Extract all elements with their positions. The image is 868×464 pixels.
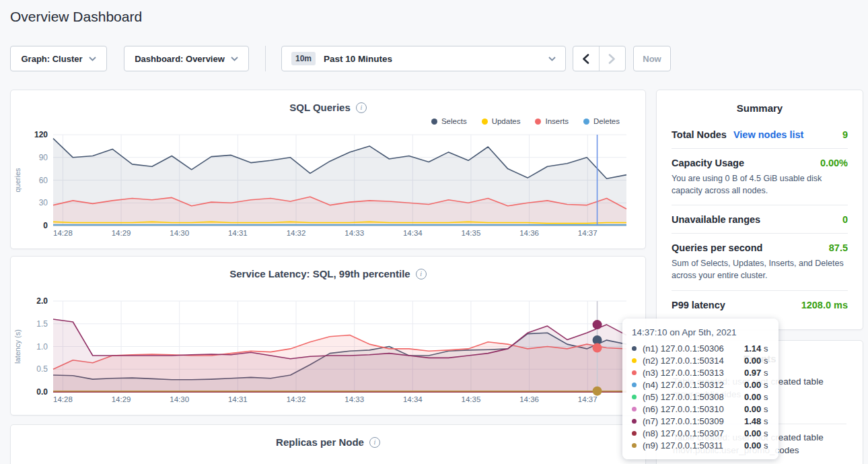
svg-text:1.5: 1.5 — [36, 319, 48, 329]
svg-text:60: 60 — [39, 176, 48, 185]
unavailable-ranges-value: 0 — [842, 214, 848, 225]
series-dot — [632, 370, 637, 375]
tooltip-node-label: (n5) 127.0.0.1:50308 — [643, 392, 744, 402]
sql-queries-header: SQL Queries i — [11, 90, 645, 113]
svg-text:14:31: 14:31 — [228, 395, 248, 403]
p99-latency-value: 1208.0 ms — [801, 300, 848, 310]
total-nodes-label: Total Nodes — [672, 129, 727, 140]
sql-queries-chart[interactable]: 14:2814:2914:3014:3114:3214:3314:3414:35… — [11, 129, 647, 242]
svg-text:14:32: 14:32 — [287, 229, 306, 237]
info-icon[interactable]: i — [416, 269, 427, 279]
total-nodes-value: 9 — [842, 129, 848, 140]
controls-bar: Graph: Cluster Dashboard: Overview 10m P… — [10, 46, 858, 71]
time-range-label: Past 10 Minutes — [324, 54, 392, 64]
replicas-title: Replicas per Node — [276, 436, 364, 448]
svg-text:14:33: 14:33 — [345, 395, 364, 403]
summary-title: Summary — [672, 101, 848, 114]
chart-tooltip-rows: (n1) 127.0.0.1:503061.14 s(n2) 127.0.0.1… — [632, 342, 769, 451]
dashboard-dropdown[interactable]: Dashboard: Overview — [124, 46, 249, 71]
sql-queries-card: SQL Queries i SelectsUpdatesInsertsDelet… — [10, 90, 646, 249]
svg-text:14:32: 14:32 — [287, 395, 306, 403]
svg-text:0.5: 0.5 — [36, 364, 48, 374]
service-latency-card: Service Latency: SQL, 99th percentile i … — [10, 256, 646, 416]
svg-text:0: 0 — [43, 221, 48, 230]
svg-text:14:35: 14:35 — [462, 229, 481, 237]
legend-item[interactable]: Updates — [482, 117, 521, 125]
legend-label: Selects — [441, 117, 467, 125]
replicas-header: Replicas per Node i — [11, 425, 645, 448]
summary-row-qps: Queries per second 87.5 Sum of Selects, … — [672, 234, 848, 290]
legend-dot — [535, 119, 541, 125]
capacity-usage-value: 0.00% — [820, 158, 848, 168]
capacity-usage-desc: You are using 0 B of 4.5 GiB usable disk… — [672, 172, 848, 197]
qps-label: Queries per second — [672, 242, 762, 253]
legend-item[interactable]: Selects — [431, 117, 467, 125]
svg-text:30: 30 — [39, 198, 48, 207]
summary-row-total-nodes: Total Nodes View nodes list 9 — [672, 121, 848, 149]
tooltip-date: on Apr 5th, 2021 — [670, 327, 736, 337]
svg-text:14:37: 14:37 — [578, 229, 598, 237]
tooltip-row: (n3) 127.0.0.1:503130.97 s — [632, 366, 769, 378]
next-range-button[interactable] — [600, 46, 626, 71]
legend-dot — [583, 119, 589, 125]
svg-text:14:36: 14:36 — [519, 395, 539, 403]
replicas-per-node-card: Replicas per Node i — [10, 424, 646, 464]
svg-text:14:30: 14:30 — [170, 229, 189, 237]
service-latency-header: Service Latency: SQL, 99th percentile i — [11, 257, 645, 279]
series-dot — [632, 407, 637, 411]
view-nodes-list-link[interactable]: View nodes list — [733, 129, 804, 140]
service-latency-legend — [11, 279, 645, 296]
service-latency-title: Service Latency: SQL, 99th percentile — [229, 268, 410, 279]
tooltip-node-label: (n3) 127.0.0.1:50313 — [643, 368, 744, 378]
svg-text:14:33: 14:33 — [345, 229, 364, 237]
now-button[interactable]: Now — [633, 46, 671, 71]
legend-item[interactable]: Inserts — [535, 117, 569, 125]
capacity-usage-label: Capacity Usage — [672, 158, 744, 168]
tooltip-node-value: 0.97 s — [744, 368, 768, 378]
svg-text:queries: queries — [13, 168, 22, 193]
summary-row-capacity: Capacity Usage 0.00% You are using 0 B o… — [672, 149, 848, 205]
svg-text:14:34: 14:34 — [403, 229, 423, 237]
tooltip-row: (n2) 127.0.0.1:503140.00 s — [632, 354, 769, 366]
chevron-left-icon — [582, 54, 589, 64]
svg-text:14:35: 14:35 — [462, 395, 481, 403]
svg-text:2.0: 2.0 — [36, 296, 48, 306]
now-button-label: Now — [643, 54, 661, 64]
info-icon[interactable]: i — [356, 102, 367, 113]
svg-text:14:30: 14:30 — [170, 395, 189, 403]
tooltip-node-value: 0.00 s — [744, 404, 768, 414]
chevron-down-icon — [89, 57, 96, 61]
graph-scope-label: Graph: Cluster — [21, 54, 82, 64]
qps-value: 87.5 — [829, 242, 848, 253]
tooltip-node-label: (n2) 127.0.0.1:50314 — [643, 356, 744, 366]
sql-queries-legend: SelectsUpdatesInsertsDeletes — [11, 113, 645, 129]
svg-text:14:31: 14:31 — [228, 229, 248, 237]
tooltip-node-value: 0.00 s — [744, 380, 768, 390]
sql-queries-title: SQL Queries — [289, 102, 351, 113]
tooltip-row: (n1) 127.0.0.1:503061.14 s — [632, 342, 769, 354]
series-dot — [632, 358, 637, 363]
svg-text:120: 120 — [34, 130, 48, 139]
legend-label: Updates — [492, 117, 521, 125]
tooltip-node-value: 0.00 s — [744, 428, 768, 438]
tooltip-node-label: (n4) 127.0.0.1:50312 — [643, 380, 744, 390]
tooltip-node-value: 0.00 s — [744, 356, 768, 366]
legend-item[interactable]: Deletes — [583, 117, 620, 125]
service-latency-chart[interactable]: 14:2814:2914:3014:3114:3214:3314:3414:35… — [11, 296, 647, 409]
series-dot — [632, 443, 637, 448]
time-range-dropdown[interactable]: 10m Past 10 Minutes — [281, 46, 566, 71]
tooltip-row: (n7) 127.0.0.1:503091.48 s — [632, 415, 769, 427]
tooltip-timestamp: 14:37:10 on Apr 5th, 2021 — [632, 327, 769, 337]
tooltip-row: (n9) 127.0.0.1:503110.00 s — [632, 439, 769, 451]
tooltip-node-label: (n9) 127.0.0.1:50311 — [643, 440, 744, 451]
svg-text:latency (s): latency (s) — [13, 329, 22, 364]
prev-range-button[interactable] — [573, 46, 600, 71]
tooltip-node-value: 1.14 s — [744, 343, 768, 354]
tooltip-node-label: (n1) 127.0.0.1:50306 — [643, 343, 744, 354]
tooltip-node-label: (n7) 127.0.0.1:50309 — [643, 416, 744, 426]
tooltip-node-value: 0.00 s — [744, 392, 768, 402]
graph-scope-dropdown[interactable]: Graph: Cluster — [10, 46, 107, 71]
info-icon[interactable]: i — [369, 437, 380, 448]
svg-text:0.0: 0.0 — [36, 387, 48, 397]
svg-text:1.0: 1.0 — [36, 342, 48, 352]
